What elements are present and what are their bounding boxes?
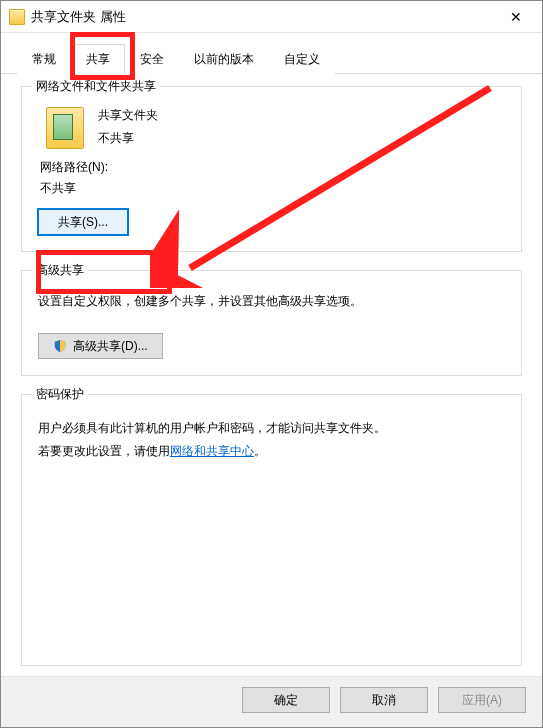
password-line2: 若要更改此设置，请使用网络和共享中心。 bbox=[38, 440, 505, 463]
group-network-legend: 网络文件和文件夹共享 bbox=[32, 78, 160, 95]
cancel-button[interactable]: 取消 bbox=[340, 687, 428, 713]
password-line2-prefix: 若要更改此设置，请使用 bbox=[38, 444, 170, 458]
apply-button[interactable]: 应用(A) bbox=[438, 687, 526, 713]
share-button[interactable]: 共享(S)... bbox=[38, 209, 128, 235]
tab-security[interactable]: 安全 bbox=[125, 44, 179, 74]
folder-icon bbox=[9, 9, 25, 25]
network-path-label: 网络路径(N): bbox=[40, 159, 507, 176]
shared-item-status: 不共享 bbox=[98, 130, 158, 147]
properties-dialog: 共享文件夹 属性 ✕ 常规 共享 安全 以前的版本 自定义 网络文件和文件夹共享… bbox=[0, 0, 543, 728]
advanced-share-button[interactable]: 高级共享(D)... bbox=[38, 333, 163, 359]
tab-sharing[interactable]: 共享 bbox=[71, 44, 125, 74]
titlebar: 共享文件夹 属性 ✕ bbox=[1, 1, 542, 33]
tab-customize[interactable]: 自定义 bbox=[269, 44, 335, 74]
group-advanced-legend: 高级共享 bbox=[32, 262, 88, 279]
close-button[interactable]: ✕ bbox=[494, 2, 538, 32]
shared-item-info: 共享文件夹 不共享 bbox=[36, 107, 507, 149]
tabstrip: 常规 共享 安全 以前的版本 自定义 bbox=[1, 33, 542, 74]
tab-general[interactable]: 常规 bbox=[17, 44, 71, 74]
tab-content: 网络文件和文件夹共享 共享文件夹 不共享 网络路径(N): 不共享 共享(S).… bbox=[1, 74, 542, 676]
shared-item-name: 共享文件夹 bbox=[98, 107, 158, 124]
network-sharing-center-link[interactable]: 网络和共享中心 bbox=[170, 444, 254, 458]
advanced-share-button-label: 高级共享(D)... bbox=[73, 338, 148, 355]
password-line2-suffix: 。 bbox=[254, 444, 266, 458]
dialog-footer: 确定 取消 应用(A) bbox=[1, 676, 542, 727]
group-password-protection: 密码保护 用户必须具有此计算机的用户帐户和密码，才能访问共享文件夹。 若要更改此… bbox=[21, 394, 522, 666]
advanced-description: 设置自定义权限，创建多个共享，并设置其他高级共享选项。 bbox=[38, 291, 505, 311]
group-password-legend: 密码保护 bbox=[32, 386, 88, 403]
ok-button[interactable]: 确定 bbox=[242, 687, 330, 713]
folder-large-icon bbox=[46, 107, 84, 149]
tab-previous-versions[interactable]: 以前的版本 bbox=[179, 44, 269, 74]
window-title: 共享文件夹 属性 bbox=[31, 8, 494, 26]
password-line1: 用户必须具有此计算机的用户帐户和密码，才能访问共享文件夹。 bbox=[38, 417, 505, 440]
group-advanced-sharing: 高级共享 设置自定义权限，创建多个共享，并设置其他高级共享选项。 高级共享(D)… bbox=[21, 270, 522, 376]
network-path-value: 不共享 bbox=[40, 180, 507, 197]
shield-icon bbox=[53, 339, 67, 353]
group-network-sharing: 网络文件和文件夹共享 共享文件夹 不共享 网络路径(N): 不共享 共享(S).… bbox=[21, 86, 522, 252]
